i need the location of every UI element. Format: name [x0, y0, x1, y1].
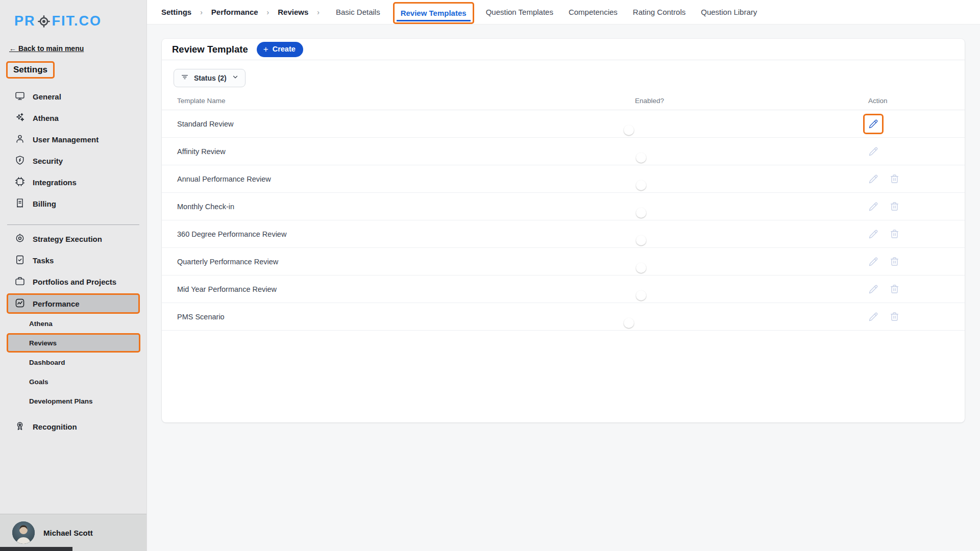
- edit-icon[interactable]: [868, 119, 878, 129]
- delete-icon[interactable]: [890, 312, 899, 321]
- modules-menu: Strategy Execution Tasks Portfolios and …: [0, 228, 146, 437]
- template-name: Quarterly Performance Review: [177, 258, 635, 266]
- user-name: Michael Scott: [43, 529, 93, 537]
- shield-icon: [15, 155, 25, 167]
- create-button[interactable]: + Create: [257, 42, 303, 57]
- template-name: Mid Year Performance Review: [177, 285, 635, 293]
- target-o-icon: [37, 15, 51, 28]
- monitor-icon: [15, 91, 25, 103]
- performance-submenu: Athena Reviews Dashboard Goals Developme…: [0, 314, 146, 411]
- profit-co-logo: PR FIT.CO: [0, 0, 146, 29]
- template-name: Affinity Review: [177, 147, 635, 156]
- template-name: Monthly Check-in: [177, 203, 635, 211]
- edit-icon[interactable]: [868, 202, 878, 212]
- sidebar-subitem-development-plans[interactable]: Development Plans: [0, 391, 146, 411]
- target-icon: [15, 233, 25, 245]
- sidebar-item-user-management[interactable]: User Management: [0, 129, 146, 150]
- sidebar: PR FIT.CO ← Back to main menu Settings G…: [0, 0, 147, 551]
- delete-icon[interactable]: [890, 174, 899, 184]
- receipt-icon: [15, 198, 25, 210]
- tab-basic-details[interactable]: Basic Details: [328, 0, 388, 24]
- content-area: Review Template + Create Status (2) Temp…: [147, 24, 980, 551]
- table-row: Mid Year Performance Review: [162, 276, 965, 303]
- delete-icon[interactable]: [890, 202, 899, 211]
- template-name: PMS Scenario: [177, 313, 635, 321]
- sidebar-item-security[interactable]: Security: [0, 150, 146, 171]
- template-name: Standard Review: [177, 120, 635, 128]
- sidebar-item-recognition[interactable]: Recognition: [0, 416, 146, 437]
- sidebar-subitem-reviews[interactable]: Reviews: [7, 333, 140, 353]
- sparkles-icon: [15, 112, 25, 124]
- breadcrumb-performance[interactable]: Performance: [211, 8, 258, 16]
- edit-icon[interactable]: [868, 146, 878, 157]
- chevron-down-icon: [232, 73, 239, 82]
- review-settings-tabs: Basic Details Review Templates Question …: [328, 0, 765, 24]
- status-filter-dropdown[interactable]: Status (2): [174, 69, 246, 87]
- plus-icon: +: [263, 45, 268, 54]
- table-row: Standard Review: [162, 110, 965, 138]
- tab-question-library[interactable]: Question Library: [693, 0, 765, 24]
- top-navigation-bar: Settings › Performance › Reviews › Basic…: [147, 0, 980, 24]
- sidebar-divider: [7, 224, 139, 225]
- delete-icon[interactable]: [890, 229, 899, 239]
- sidebar-item-strategy-execution[interactable]: Strategy Execution: [0, 228, 146, 249]
- review-templates-highlight-box: Review Templates: [393, 2, 474, 24]
- tab-competencies[interactable]: Competencies: [561, 0, 625, 24]
- sidebar-subitem-goals[interactable]: Goals: [0, 372, 146, 391]
- review-templates-table: Template Name Enabled? Action Standard R…: [162, 92, 965, 331]
- table-header-row: Template Name Enabled? Action: [162, 92, 965, 110]
- sidebar-item-billing[interactable]: Billing: [0, 193, 146, 214]
- edit-icon[interactable]: [868, 174, 878, 184]
- chevron-right-icon: ›: [317, 8, 320, 16]
- tab-review-templates[interactable]: Review Templates: [397, 4, 471, 22]
- edit-icon[interactable]: [868, 312, 878, 322]
- sidebar-item-athena[interactable]: Athena: [0, 107, 146, 129]
- review-template-card: Review Template + Create Status (2) Temp…: [162, 39, 965, 422]
- column-action: Action: [868, 97, 949, 105]
- briefcase-icon: [15, 276, 25, 288]
- toggle-knob: [636, 235, 646, 245]
- edit-icon[interactable]: [868, 284, 878, 294]
- table-row: Annual Performance Review: [162, 165, 965, 193]
- toggle-knob: [636, 263, 646, 273]
- table-row: PMS Scenario: [162, 303, 965, 331]
- template-name: 360 Degree Performance Review: [177, 230, 635, 238]
- award-icon: [15, 421, 25, 433]
- user-profile[interactable]: Michael Scott: [0, 514, 146, 551]
- table-row: Affinity Review: [162, 138, 965, 165]
- clipboard-check-icon: [15, 255, 25, 266]
- sidebar-item-tasks[interactable]: Tasks: [0, 249, 146, 271]
- sidebar-item-portfolios-projects[interactable]: Portfolios and Projects: [0, 271, 146, 292]
- column-template-name: Template Name: [177, 97, 635, 105]
- chevron-right-icon: ›: [267, 8, 270, 16]
- toggle-knob: [624, 125, 634, 135]
- toggle-knob: [636, 208, 646, 218]
- settings-menu: General Athena User Management Security …: [0, 86, 146, 214]
- edit-highlight-box: [863, 114, 884, 134]
- logo-text-post: FIT.CO: [52, 13, 102, 29]
- breadcrumb-settings[interactable]: Settings: [161, 8, 191, 16]
- edit-icon[interactable]: [868, 229, 878, 239]
- back-to-main-menu-link[interactable]: ← Back to main menu: [9, 44, 84, 53]
- card-header: Review Template + Create: [162, 39, 965, 60]
- sidebar-subitem-dashboard[interactable]: Dashboard: [0, 353, 146, 372]
- line-chart-icon: [15, 298, 25, 310]
- main-area: Settings › Performance › Reviews › Basic…: [147, 0, 980, 551]
- edit-icon[interactable]: [868, 257, 878, 267]
- delete-icon[interactable]: [890, 284, 899, 294]
- delete-icon[interactable]: [890, 257, 899, 266]
- sidebar-item-general[interactable]: General: [0, 86, 146, 107]
- sidebar-subitem-athena[interactable]: Athena: [0, 314, 146, 333]
- bottom-dark-strip: [0, 547, 72, 551]
- table-body: Standard ReviewAffinity ReviewAnnual Per…: [162, 110, 965, 331]
- sidebar-item-integrations[interactable]: Integrations: [0, 171, 146, 193]
- tab-question-templates[interactable]: Question Templates: [478, 0, 561, 24]
- table-row: 360 Degree Performance Review: [162, 220, 965, 248]
- breadcrumb: Settings › Performance › Reviews ›: [161, 0, 320, 24]
- tab-rating-controls[interactable]: Rating Controls: [625, 0, 693, 24]
- table-row: Monthly Check-in: [162, 193, 965, 220]
- breadcrumb-reviews[interactable]: Reviews: [278, 8, 308, 16]
- column-enabled: Enabled?: [635, 97, 868, 105]
- avatar: [12, 521, 35, 544]
- sidebar-item-performance[interactable]: Performance: [7, 293, 140, 314]
